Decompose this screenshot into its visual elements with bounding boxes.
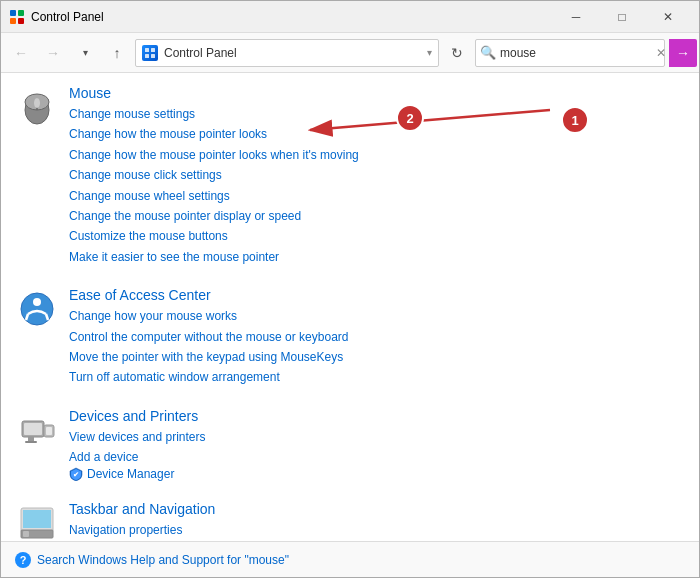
- svg-rect-4: [145, 48, 149, 52]
- devices-section: Devices and Printers View devices and pr…: [17, 408, 683, 482]
- window-controls: ─ □ ✕: [553, 1, 691, 33]
- mouse-link-7[interactable]: Make it easier to see the mouse pointer: [69, 247, 683, 267]
- svg-rect-25: [23, 510, 51, 528]
- refresh-button[interactable]: ↻: [443, 39, 471, 67]
- mouse-section-content: Mouse Change mouse settings Change how t…: [69, 85, 683, 267]
- svg-rect-3: [18, 18, 24, 24]
- devices-link-1[interactable]: Add a device: [69, 447, 683, 467]
- search-box[interactable]: 🔍 ✕: [475, 39, 665, 67]
- devices-link-0[interactable]: View devices and printers: [69, 427, 683, 447]
- svg-text:✔: ✔: [73, 471, 79, 478]
- device-manager-link[interactable]: Device Manager: [87, 468, 174, 480]
- minimize-button[interactable]: ─: [553, 1, 599, 33]
- mouse-section-icon: [17, 87, 57, 127]
- svg-rect-19: [46, 427, 52, 435]
- window-title: Control Panel: [31, 10, 553, 24]
- ease-link-2[interactable]: Move the pointer with the keypad using M…: [69, 347, 683, 367]
- search-input[interactable]: [500, 46, 650, 60]
- taskbar-section-icon: [17, 503, 57, 541]
- mouse-link-5[interactable]: Change the mouse pointer display or spee…: [69, 206, 683, 226]
- mouse-link-1[interactable]: Change how the mouse pointer looks: [69, 124, 683, 144]
- ease-title[interactable]: Ease of Access Center: [69, 287, 683, 303]
- svg-point-11: [34, 98, 40, 108]
- svg-rect-17: [24, 423, 42, 435]
- shield-icon: ✔: [69, 467, 83, 481]
- ease-section-icon: [17, 289, 57, 329]
- svg-rect-2: [10, 18, 16, 24]
- devices-section-content: Devices and Printers View devices and pr…: [69, 408, 683, 482]
- ease-section: Ease of Access Center Change how your mo…: [17, 287, 683, 388]
- mouse-title[interactable]: Mouse: [69, 85, 683, 101]
- svg-rect-7: [151, 54, 155, 58]
- forward-button[interactable]: →: [39, 39, 67, 67]
- mouse-link-6[interactable]: Customize the mouse buttons: [69, 226, 683, 246]
- mouse-link-3[interactable]: Change mouse click settings: [69, 165, 683, 185]
- svg-rect-5: [151, 48, 155, 52]
- svg-rect-1: [18, 10, 24, 16]
- svg-rect-20: [28, 437, 34, 441]
- mouse-link-2[interactable]: Change how the mouse pointer looks when …: [69, 145, 683, 165]
- ease-link-3[interactable]: Turn off automatic window arrangement: [69, 367, 683, 387]
- mouse-link-0[interactable]: Change mouse settings: [69, 104, 683, 124]
- address-field[interactable]: Control Panel ▾: [135, 39, 439, 67]
- window-icon: [9, 9, 25, 25]
- back-button[interactable]: ←: [7, 39, 35, 67]
- content-area: Mouse Change mouse settings Change how t…: [1, 73, 699, 541]
- svg-rect-0: [10, 10, 16, 16]
- close-button[interactable]: ✕: [645, 1, 691, 33]
- svg-point-12: [21, 293, 53, 325]
- devices-section-icon: [17, 410, 57, 450]
- address-path: Control Panel: [164, 46, 421, 60]
- up-button[interactable]: ↑: [103, 39, 131, 67]
- devices-title[interactable]: Devices and Printers: [69, 408, 683, 424]
- svg-rect-6: [145, 54, 149, 58]
- ease-link-1[interactable]: Control the computer without the mouse o…: [69, 327, 683, 347]
- title-bar: Control Panel ─ □ ✕: [1, 1, 699, 33]
- taskbar-link-0[interactable]: Navigation properties: [69, 520, 683, 540]
- mouse-section: Mouse Change mouse settings Change how t…: [17, 85, 683, 267]
- taskbar-section: Taskbar and Navigation Navigation proper…: [17, 501, 683, 541]
- taskbar-title[interactable]: Taskbar and Navigation: [69, 501, 683, 517]
- ease-link-0[interactable]: Change how your mouse works: [69, 306, 683, 326]
- search-icon: 🔍: [480, 45, 496, 60]
- footer: ? Search Windows Help and Support for "m…: [1, 541, 699, 577]
- svg-rect-26: [23, 531, 29, 537]
- address-bar: ← → ▾ ↑ Control Panel ▾ ↻ 🔍: [1, 33, 699, 73]
- recent-button[interactable]: ▾: [71, 39, 99, 67]
- svg-point-13: [33, 298, 41, 306]
- mouse-link-4[interactable]: Change mouse wheel settings: [69, 186, 683, 206]
- device-manager-link-container: ✔ Device Manager: [69, 467, 683, 481]
- ease-section-content: Ease of Access Center Change how your mo…: [69, 287, 683, 388]
- footer-help-link[interactable]: Search Windows Help and Support for "mou…: [37, 553, 289, 567]
- help-icon: ?: [15, 552, 31, 568]
- address-icon: [142, 45, 158, 61]
- maximize-button[interactable]: □: [599, 1, 645, 33]
- search-clear-button[interactable]: ✕: [654, 46, 668, 60]
- svg-rect-21: [25, 441, 37, 443]
- search-go-button[interactable]: →: [669, 39, 697, 67]
- taskbar-section-content: Taskbar and Navigation Navigation proper…: [69, 501, 683, 540]
- address-dropdown-arrow[interactable]: ▾: [427, 47, 432, 58]
